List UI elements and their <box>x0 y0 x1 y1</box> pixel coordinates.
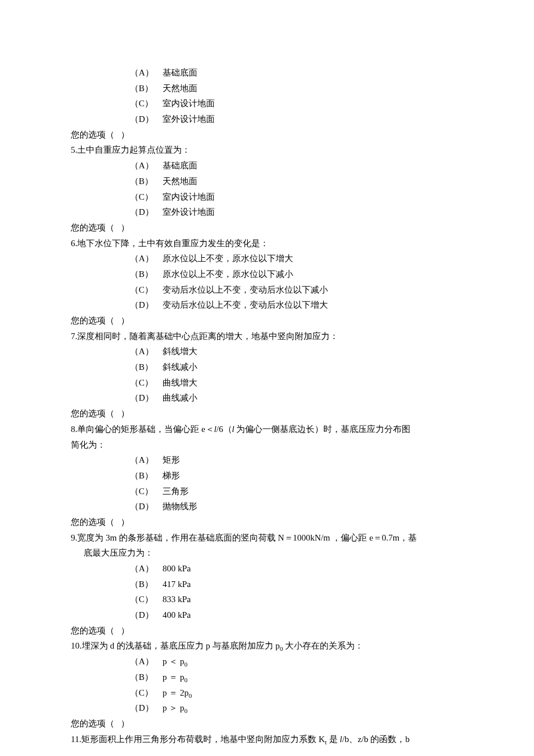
option-row: （A）矩形 <box>130 452 463 468</box>
option-letter-C: （C） <box>130 592 163 607</box>
option-text: 833 kPa <box>163 595 191 604</box>
option-text: 矩形 <box>163 455 180 465</box>
answer-prompt: 您的选项（ ） <box>71 313 463 329</box>
q10-options: （A）p ＜ p0 （B）p ＝ p0 （C）p ＝ 2p0 （D）p ＞ p0 <box>130 654 463 716</box>
option-row: （D）室外设计地面 <box>130 204 463 220</box>
option-text: 三角形 <box>163 487 189 496</box>
option-text: 基础底面 <box>163 161 197 170</box>
option-row: （B）梯形 <box>130 468 463 484</box>
option-letter-D: （D） <box>130 499 163 514</box>
option-text: 原水位以上不变，原水位以下减小 <box>163 269 293 279</box>
option-row: （D）抛物线形 <box>130 499 463 514</box>
option-letter-C: （C） <box>130 282 163 298</box>
option-text: 室外设计地面 <box>163 114 215 124</box>
option-letter-B: （B） <box>130 359 163 375</box>
option-row: （B）p ＝ p0 <box>130 669 463 685</box>
option-letter-D: （D） <box>130 204 163 220</box>
option-text: 天然地面 <box>163 177 197 186</box>
option-letter-A: （A） <box>130 561 163 577</box>
option-text: 变动后水位以上不变，变动后水位以下增大 <box>163 300 328 309</box>
stem-text: 11.矩形面积上作用三角形分布荷载时，地基中竖向附加应力系数 K <box>71 735 325 744</box>
q6-options: （A）原水位以上不变，原水位以下增大 （B）原水位以上不变，原水位以下减小 （C… <box>130 251 463 313</box>
option-row: （A）p ＜ p0 <box>130 654 463 669</box>
option-row: （B）原水位以上不变，原水位以下减小 <box>130 267 463 282</box>
option-letter-A: （A） <box>130 251 163 267</box>
option-letter-C: （C） <box>130 189 163 205</box>
answer-prompt: 您的选项（ ） <box>71 716 463 732</box>
option-row: （C）833 kPa <box>130 592 463 607</box>
q7-options: （A）斜线增大 （B）斜线减小 （C）曲线增大 （D）曲线减小 <box>130 344 463 406</box>
option-text: 抛物线形 <box>163 502 197 511</box>
option-text: 基础底面 <box>163 68 197 77</box>
option-text: 斜线减小 <box>163 362 197 372</box>
option-row: （B）斜线减小 <box>130 359 463 375</box>
option-row: （C）三角形 <box>130 484 463 499</box>
option-letter-D: （D） <box>130 111 163 127</box>
option-text: 斜线增大 <box>163 347 197 356</box>
option-letter-B: （B） <box>130 81 163 96</box>
answer-prompt: 您的选项（ ） <box>71 406 463 422</box>
option-letter-A: （A） <box>130 158 163 174</box>
option-row: （D）室外设计地面 <box>130 111 463 127</box>
option-row: （C）曲线增大 <box>130 375 463 391</box>
option-text: 室外设计地面 <box>163 207 215 217</box>
option-row: （D）p ＞ p0 <box>130 700 463 716</box>
option-text: p ＝ p0 <box>163 672 187 682</box>
stem-text: 是 <box>327 735 340 744</box>
option-letter-B: （B） <box>130 174 163 189</box>
answer-prompt: 您的选项（ ） <box>71 623 463 639</box>
option-text: 800 kPa <box>163 564 191 573</box>
option-text: 400 kPa <box>163 610 191 620</box>
option-row: （B）417 kPa <box>130 577 463 592</box>
option-text: 曲线增大 <box>163 378 197 387</box>
option-row: （B）天然地面 <box>130 81 463 96</box>
option-row: （A）斜线增大 <box>130 344 463 359</box>
stem-text: /b、z/b 的函数，b <box>342 735 410 744</box>
option-row: （B）天然地面 <box>130 174 463 189</box>
option-row: （A）800 kPa <box>130 561 463 577</box>
option-row: （D）曲线减小 <box>130 390 463 406</box>
q9-options: （A）800 kPa （B）417 kPa （C）833 kPa （D）400 … <box>130 561 463 623</box>
stem-text: 8.单向偏心的矩形基础，当偏心距 e＜ <box>71 424 214 434</box>
q9-stem-line1: 9.宽度为 3m 的条形基础，作用在基础底面的竖向荷载 N＝1000kN/m ，… <box>71 530 463 546</box>
option-text: 曲线减小 <box>163 393 197 402</box>
option-text: 室内设计地面 <box>163 99 215 108</box>
answer-prompt: 您的选项（ ） <box>71 220 463 236</box>
option-row: （C）室内设计地面 <box>130 96 463 111</box>
answer-prompt: 您的选项（ ） <box>71 127 463 143</box>
q8-stem-line2: 简化为： <box>71 437 463 453</box>
option-text: 变动后水位以上不变，变动后水位以下减小 <box>163 285 328 294</box>
option-text: 原水位以上不变，原水位以下增大 <box>163 254 293 263</box>
q5-options: （A）基础底面 （B）天然地面 （C）室内设计地面 （D）室外设计地面 <box>130 158 463 220</box>
stem-text: 10.埋深为 d 的浅基础，基底压应力 p 与基底附加应力 p <box>71 641 280 650</box>
option-row: （A）基础底面 <box>130 158 463 174</box>
option-letter-A: （A） <box>130 65 163 81</box>
option-text: 室内设计地面 <box>163 192 215 201</box>
q7-stem: 7.深度相同时，随着离基础中心点距离的增大，地基中竖向附加应力： <box>71 329 463 344</box>
answer-prompt: 您的选项（ ） <box>71 514 463 530</box>
option-row: （C）室内设计地面 <box>130 189 463 205</box>
option-text: p ＞ p0 <box>163 703 187 712</box>
stem-text: 为偏心一侧基底边长）时，基底压应力分布图 <box>234 424 411 434</box>
document-page: （A）基础底面 （B）天然地面 （C）室内设计地面 （D）室外设计地面 您的选项… <box>0 0 534 756</box>
option-letter-A: （A） <box>130 654 163 669</box>
option-text: 梯形 <box>163 471 180 480</box>
option-text: p ＜ p0 <box>163 657 187 666</box>
option-letter-C: （C） <box>130 375 163 391</box>
option-text: p ＝ 2p0 <box>163 688 192 697</box>
option-text: 417 kPa <box>163 579 191 589</box>
stem-text: 大小存在的关系为： <box>283 641 364 650</box>
option-row: （C）p ＝ 2p0 <box>130 685 463 701</box>
q8-stem: 8.单向偏心的矩形基础，当偏心距 e＜l/6（l 为偏心一侧基底边长）时，基底压… <box>71 422 463 437</box>
option-text: 天然地面 <box>163 84 197 93</box>
option-letter-A: （A） <box>130 344 163 359</box>
option-letter-B: （B） <box>130 577 163 592</box>
q9-stem-line2: 底最大压应力为： <box>84 545 463 561</box>
option-letter-C: （C） <box>130 685 163 701</box>
q8-options: （A）矩形 （B）梯形 （C）三角形 （D）抛物线形 <box>130 452 463 514</box>
option-letter-B: （B） <box>130 669 163 685</box>
option-letter-D: （D） <box>130 297 163 313</box>
option-row: （A）原水位以上不变，原水位以下增大 <box>130 251 463 267</box>
option-letter-B: （B） <box>130 468 163 484</box>
option-letter-C: （C） <box>130 484 163 499</box>
